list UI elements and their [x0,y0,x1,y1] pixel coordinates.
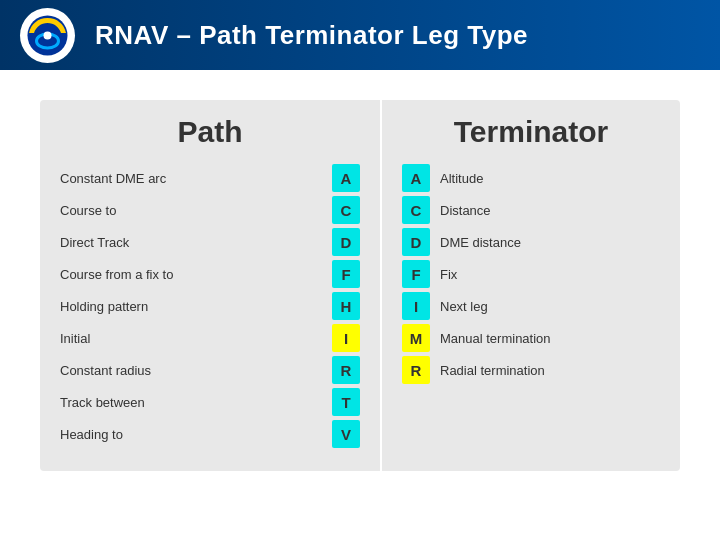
path-row-label: Holding pattern [60,299,332,314]
terminator-row-letter: D [402,228,430,256]
path-column: Path Constant DME arcACourse toCDirect T… [40,100,380,471]
terminator-row: AAltitude [402,163,660,193]
terminator-row: INext leg [402,291,660,321]
path-row: Track betweenT [60,387,360,417]
svg-point-2 [44,31,52,39]
path-row-letter: A [332,164,360,192]
path-row-label: Constant radius [60,363,332,378]
path-row-label: Course to [60,203,332,218]
page-title: RNAV – Path Terminator Leg Type [95,20,528,51]
path-row: Course toC [60,195,360,225]
path-row-label: Heading to [60,427,332,442]
terminator-row-label: Distance [440,203,491,218]
terminator-row-label: Fix [440,267,457,282]
path-row: Direct TrackD [60,227,360,257]
terminator-row-letter: A [402,164,430,192]
terminator-row: RRadial termination [402,355,660,385]
terminator-row-letter: R [402,356,430,384]
path-row: InitialI [60,323,360,353]
terminator-column-header: Terminator [402,115,660,149]
path-row-letter: T [332,388,360,416]
path-row-label: Initial [60,331,332,346]
terminator-row: DDME distance [402,227,660,257]
terminator-row-label: Manual termination [440,331,551,346]
terminator-row-label: Next leg [440,299,488,314]
terminator-row-label: Altitude [440,171,483,186]
terminator-row-letter: F [402,260,430,288]
path-row-letter: H [332,292,360,320]
path-row: Heading toV [60,419,360,449]
main-content: Path Constant DME arcACourse toCDirect T… [0,70,720,491]
path-column-header: Path [60,115,360,149]
path-row-letter: I [332,324,360,352]
path-row-label: Track between [60,395,332,410]
path-row-label: Direct Track [60,235,332,250]
terminator-row-letter: M [402,324,430,352]
terminator-row-letter: I [402,292,430,320]
path-row-label: Constant DME arc [60,171,332,186]
path-row: Course from a fix toF [60,259,360,289]
path-row: Holding patternH [60,291,360,321]
path-row-letter: V [332,420,360,448]
path-row: Constant DME arcA [60,163,360,193]
terminator-row-label: Radial termination [440,363,545,378]
terminator-column: Terminator AAltitudeCDistanceDDME distan… [382,100,680,471]
terminator-row: FFix [402,259,660,289]
eurocontrol-logo [20,8,75,63]
terminator-row: CDistance [402,195,660,225]
path-row-letter: R [332,356,360,384]
terminator-row: MManual termination [402,323,660,353]
terminator-row-label: DME distance [440,235,521,250]
path-rows: Constant DME arcACourse toCDirect TrackD… [60,163,360,449]
path-row-letter: F [332,260,360,288]
terminator-row-letter: C [402,196,430,224]
path-row-label: Course from a fix to [60,267,332,282]
terminator-rows: AAltitudeCDistanceDDME distanceFFixINext… [402,163,660,385]
path-row: Constant radiusR [60,355,360,385]
columns-container: Path Constant DME arcACourse toCDirect T… [40,100,680,471]
page-header: RNAV – Path Terminator Leg Type [0,0,720,70]
path-row-letter: C [332,196,360,224]
path-row-letter: D [332,228,360,256]
